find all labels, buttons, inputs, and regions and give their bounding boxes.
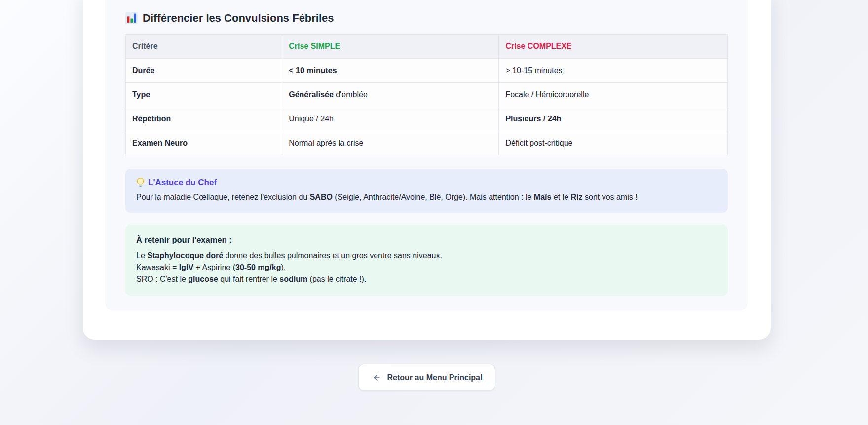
summary-line: SRO : C'est le glucose qui fait rentrer … xyxy=(136,273,717,285)
complexe-cell: > 10-15 minutes xyxy=(499,59,728,83)
back-button-label: Retour au Menu Principal xyxy=(387,371,483,384)
complexe-cell: Plusieurs / 24h xyxy=(499,107,728,131)
bar-chart-icon xyxy=(125,12,138,24)
lightbulb-icon xyxy=(136,177,145,188)
complexe-cell: Déficit post-critique xyxy=(499,131,728,155)
summary-line: Kawasaki = IgIV + Aspirine (30-50 mg/kg)… xyxy=(136,262,717,273)
summary-heading: À retenir pour l'examen : xyxy=(136,234,717,245)
criterion-cell: Durée xyxy=(126,59,282,83)
footer: Retour au Menu Principal xyxy=(83,364,771,391)
simple-cell: Généralisée d'emblée xyxy=(282,83,499,107)
table-row: Durée < 10 minutes > 10-15 minutes xyxy=(126,59,728,83)
criterion-cell: Répétition xyxy=(126,107,282,131)
section-title-label: Différencier les Convulsions Fébriles xyxy=(143,10,334,26)
table-row: Type Généralisée d'emblée Focale / Hémic… xyxy=(126,83,728,107)
simple-cell: < 10 minutes xyxy=(282,59,499,83)
comparison-table: Critère Crise SIMPLE Crise COMPLEXE Duré… xyxy=(125,34,728,155)
simple-cell: Normal après la crise xyxy=(282,131,499,155)
summary-line: Le Staphylocoque doré donne des bulles p… xyxy=(136,250,717,262)
column-header-crise-simple: Crise SIMPLE xyxy=(282,35,499,59)
lesson-section: Différencier les Convulsions Fébriles Cr… xyxy=(105,0,748,311)
exam-summary-box: À retenir pour l'examen : Le Staphylocoq… xyxy=(125,225,728,296)
column-header-crise-complexe: Crise COMPLEXE xyxy=(499,35,728,59)
tip-text: Pour la maladie Cœliaque, retenez l'excl… xyxy=(136,192,717,203)
complexe-cell: Focale / Hémicorporelle xyxy=(499,83,728,107)
content-card: Différencier les Convulsions Fébriles Cr… xyxy=(83,0,771,340)
back-to-main-menu-button[interactable]: Retour au Menu Principal xyxy=(358,364,496,391)
arrow-left-icon xyxy=(372,373,381,383)
tip-heading: L'Astuce du Chef xyxy=(136,177,717,188)
tip-heading-label: L'Astuce du Chef xyxy=(148,177,217,188)
tip-box: L'Astuce du Chef Pour la maladie Cœliaqu… xyxy=(125,169,728,213)
table-row: Examen Neuro Normal après la crise Défic… xyxy=(126,131,728,155)
criterion-cell: Examen Neuro xyxy=(126,131,282,155)
criterion-cell: Type xyxy=(126,83,282,107)
section-title: Différencier les Convulsions Fébriles xyxy=(125,10,728,26)
table-row: Répétition Unique / 24h Plusieurs / 24h xyxy=(126,107,728,131)
table-header-row: Critère Crise SIMPLE Crise COMPLEXE xyxy=(126,35,728,59)
simple-cell: Unique / 24h xyxy=(282,107,499,131)
column-header-criterion: Critère xyxy=(126,35,282,59)
